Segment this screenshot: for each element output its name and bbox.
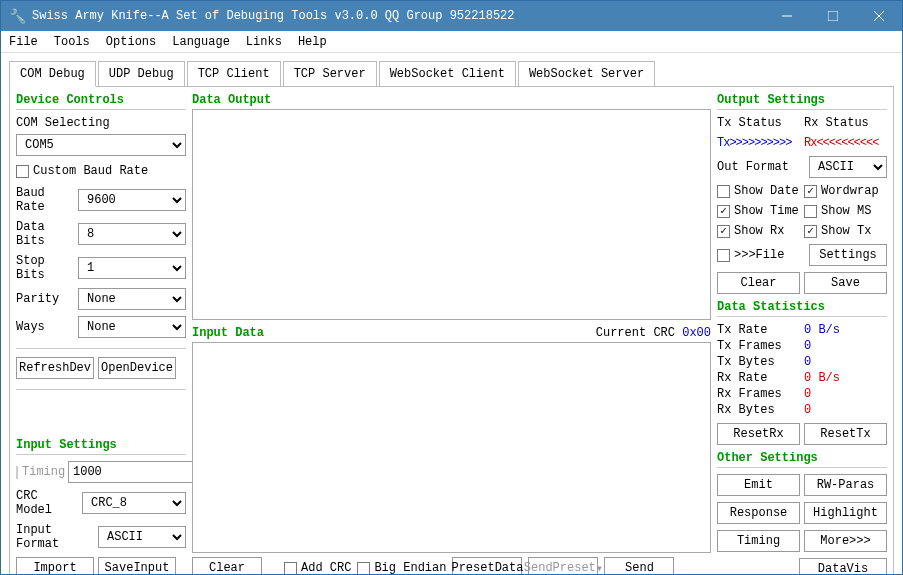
big-endian-label: Big Endian: [374, 561, 446, 575]
add-crc-checkbox[interactable]: [284, 562, 297, 575]
show-tx-checkbox[interactable]: ✓: [804, 225, 817, 238]
preset-data-button[interactable]: PresetData: [452, 557, 522, 575]
rx-rate-label: Rx Rate: [717, 371, 800, 385]
rx-rate-value: 0 B/s: [804, 371, 887, 385]
custom-baud-checkbox[interactable]: [16, 165, 29, 178]
tx-rate-label: Tx Rate: [717, 323, 800, 337]
tx-status-arrows: Tx>>>>>>>>>>: [717, 136, 800, 150]
rx-frames-label: Rx Frames: [717, 387, 800, 401]
more-button[interactable]: More>>>: [804, 530, 887, 552]
tab-websocket-client[interactable]: WebSocket Client: [379, 61, 516, 87]
ways-label: Ways: [16, 320, 74, 334]
tab-websocket-server[interactable]: WebSocket Server: [518, 61, 655, 87]
parity-select[interactable]: None: [78, 288, 186, 310]
input-data-area[interactable]: [192, 342, 711, 553]
show-tx-label: Show Tx: [821, 224, 871, 238]
tx-bytes-label: Tx Bytes: [717, 355, 800, 369]
timing-checkbox[interactable]: [16, 466, 18, 479]
current-crc-label: Current CRC: [596, 326, 675, 342]
stop-bits-select[interactable]: 1: [78, 257, 186, 279]
tab-tcp-server[interactable]: TCP Server: [283, 61, 377, 87]
rx-frames-value: 0: [804, 387, 887, 401]
tx-status-label: Tx Status: [717, 116, 800, 130]
show-ms-label: Show MS: [821, 204, 871, 218]
crc-model-select[interactable]: CRC_8: [82, 492, 186, 514]
emit-button[interactable]: Emit: [717, 474, 800, 496]
settings-button[interactable]: Settings: [809, 244, 887, 266]
menu-options[interactable]: Options: [106, 35, 156, 49]
minimize-button[interactable]: [764, 1, 810, 31]
menu-links[interactable]: Links: [246, 35, 282, 49]
ways-select[interactable]: None: [78, 316, 186, 338]
com-selecting-label: COM Selecting: [16, 116, 186, 130]
to-file-checkbox[interactable]: [717, 249, 730, 262]
out-format-label: Out Format: [717, 160, 805, 174]
rw-paras-button[interactable]: RW-Paras: [804, 474, 887, 496]
parity-label: Parity: [16, 292, 74, 306]
svg-rect-1: [828, 11, 838, 21]
rx-bytes-value: 0: [804, 403, 887, 417]
window-title: Swiss Army Knife--A Set of Debuging Tool…: [32, 9, 764, 23]
import-button[interactable]: Import: [16, 557, 94, 575]
send-button[interactable]: Send: [604, 557, 674, 575]
data-output-area[interactable]: [192, 109, 711, 320]
rx-bytes-label: Rx Bytes: [717, 403, 800, 417]
datavis-button[interactable]: DataVis: [799, 558, 887, 575]
input-format-label: Input Format: [16, 523, 94, 551]
device-controls-title: Device Controls: [16, 93, 186, 107]
show-rx-label: Show Rx: [734, 224, 784, 238]
highlight-button[interactable]: Highlight: [804, 502, 887, 524]
clear-output-button[interactable]: Clear: [717, 272, 800, 294]
big-endian-checkbox[interactable]: [357, 562, 370, 575]
show-rx-checkbox[interactable]: ✓: [717, 225, 730, 238]
input-format-select[interactable]: ASCII: [98, 526, 186, 548]
baud-rate-select[interactable]: 9600: [78, 189, 186, 211]
rx-status-label: Rx Status: [804, 116, 887, 130]
tab-udp-debug[interactable]: UDP Debug: [98, 61, 185, 87]
timing-label: Timing: [22, 465, 64, 479]
com-port-select[interactable]: COM5: [16, 134, 186, 156]
menu-help[interactable]: Help: [298, 35, 327, 49]
show-time-checkbox[interactable]: ✓: [717, 205, 730, 218]
wordwrap-checkbox[interactable]: ✓: [804, 185, 817, 198]
add-crc-label: Add CRC: [301, 561, 351, 575]
menu-file[interactable]: File: [9, 35, 38, 49]
show-ms-checkbox[interactable]: [804, 205, 817, 218]
tab-com-debug[interactable]: COM Debug: [9, 61, 96, 87]
wordwrap-label: Wordwrap: [821, 184, 879, 198]
clear-input-button[interactable]: Clear: [192, 557, 262, 575]
tx-bytes-value: 0: [804, 355, 887, 369]
data-output-title: Data Output: [192, 93, 711, 107]
save-input-button[interactable]: SaveInput: [98, 557, 176, 575]
save-output-button[interactable]: Save: [804, 272, 887, 294]
custom-baud-label: Custom Baud Rate: [33, 164, 148, 178]
rx-status-arrows: Rx<<<<<<<<<<: [804, 136, 887, 150]
input-data-title: Input Data: [192, 326, 264, 340]
send-preset-button[interactable]: SendPreset ▾: [528, 557, 598, 575]
tab-tcp-client[interactable]: TCP Client: [187, 61, 281, 87]
reset-rx-button[interactable]: ResetRx: [717, 423, 800, 445]
chevron-down-icon: ▾: [596, 561, 603, 576]
input-settings-title: Input Settings: [16, 438, 186, 452]
out-format-select[interactable]: ASCII: [809, 156, 887, 178]
show-date-label: Show Date: [734, 184, 799, 198]
reset-tx-button[interactable]: ResetTx: [804, 423, 887, 445]
data-bits-select[interactable]: 8: [78, 223, 186, 245]
menu-tools[interactable]: Tools: [54, 35, 90, 49]
close-button[interactable]: [856, 1, 902, 31]
open-device-button[interactable]: OpenDevice: [98, 357, 176, 379]
maximize-button[interactable]: [810, 1, 856, 31]
data-statistics-title: Data Statistics: [717, 300, 887, 314]
stop-bits-label: Stop Bits: [16, 254, 74, 282]
show-time-label: Show Time: [734, 204, 799, 218]
tx-rate-value: 0 B/s: [804, 323, 887, 337]
baud-rate-label: Baud Rate: [16, 186, 74, 214]
timing-button[interactable]: Timing: [717, 530, 800, 552]
show-date-checkbox[interactable]: [717, 185, 730, 198]
current-crc-value: 0x00: [682, 326, 711, 342]
other-settings-title: Other Settings: [717, 451, 887, 465]
to-file-label: >>>File: [734, 248, 784, 262]
response-button[interactable]: Response: [717, 502, 800, 524]
refresh-dev-button[interactable]: RefreshDev: [16, 357, 94, 379]
menu-language[interactable]: Language: [172, 35, 230, 49]
